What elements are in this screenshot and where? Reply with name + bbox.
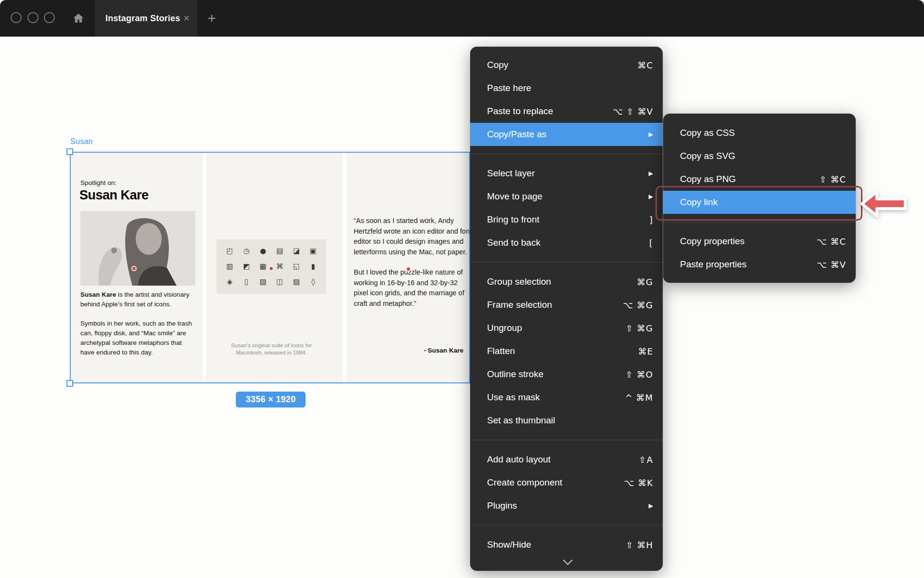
menu-item-label: Send to back (487, 237, 540, 248)
menu-divider (470, 154, 663, 154)
annotation-arrow-icon (860, 189, 908, 219)
scroll-more-indicator[interactable] (470, 556, 663, 568)
menu-item-label: Copy properties (680, 236, 744, 247)
menu-item-shortcut: ⌥ ⌘V (817, 260, 846, 270)
menu-item-select-layer[interactable]: Select layer▶ (470, 162, 663, 185)
menu-item-bring-to-front[interactable]: Bring to front] (470, 208, 663, 231)
menu-item-label: Move to page (487, 191, 542, 202)
menu-item-label: Frame selection (487, 300, 552, 310)
menu-item-frame-selection[interactable]: Frame selection⌥ ⌘G (470, 293, 663, 316)
menu-item-shortcut: ^ ⌘M (625, 393, 653, 403)
menu-item-label: Show/Hide (487, 539, 531, 550)
tab-instagram-stories[interactable]: Instagram Stories × (95, 0, 197, 37)
home-icon[interactable] (72, 12, 85, 25)
menu-item-shortcut: ⌥ ⌘C (817, 236, 846, 247)
window-control-minimize-icon[interactable] (27, 12, 38, 23)
menu-item-shortcut: ⇧A (639, 455, 653, 465)
submenu-arrow-icon: ▶ (649, 193, 653, 200)
menu-item-label: Plugins (487, 500, 517, 511)
menu-item-set-as-thumbnail[interactable]: Set as thumbnail (470, 409, 663, 432)
menu-item-copy-paste-as[interactable]: Copy/Paste as▶ (470, 123, 663, 146)
menu-item-group-selection[interactable]: Group selection⌘G (470, 270, 663, 293)
menu-item-label: Use as mask (487, 392, 540, 403)
menu-item-label: Create component (487, 477, 562, 488)
menu-item-paste-here[interactable]: Paste here (470, 77, 663, 100)
menu-item-shortcut: ⌥ ⇧ ⌘V (613, 106, 653, 117)
menu-item-paste-properties[interactable]: Paste properties⌥ ⌘V (663, 253, 856, 276)
menu-item-plugins[interactable]: Plugins▶ (470, 494, 663, 517)
window-control-close-icon[interactable] (11, 12, 22, 23)
menu-item-label: Copy (487, 60, 508, 70)
menu-item-label: Select layer (487, 168, 535, 179)
menu-item-label: Group selection (487, 276, 551, 287)
new-tab-button[interactable]: + (202, 0, 221, 37)
menu-item-show-hide[interactable]: Show/Hide⇧ ⌘H (470, 533, 663, 556)
context-menu: Copy⌘CPaste herePaste to replace⌥ ⇧ ⌘VCo… (470, 47, 663, 571)
menu-item-shortcut: ⇧ ⌘H (626, 540, 653, 550)
menu-item-label: Paste to replace (487, 106, 553, 117)
menu-item-shortcut: ⌘C (637, 60, 653, 70)
menu-item-label: Outline stroke (487, 369, 543, 380)
dimensions-badge: 3356 × 1920 (236, 392, 306, 407)
menu-item-label: Copy as PNG (680, 174, 736, 184)
selection-handle-top-left[interactable] (66, 148, 73, 155)
menu-item-add-auto-layout[interactable]: Add auto layout⇧A (470, 448, 663, 471)
menu-item-shortcut: ] (649, 215, 653, 225)
app-window: Instagram Stories × + Susan Spotlight on… (0, 0, 924, 578)
menu-item-ungroup[interactable]: Ungroup⇧ ⌘G (470, 316, 663, 340)
frame-name-label[interactable]: Susan (70, 137, 93, 146)
menu-item-label: Paste properties (680, 259, 746, 270)
menu-item-shortcut: ⌥ ⌘K (624, 478, 653, 488)
menu-item-shortcut: [ (649, 238, 653, 248)
window-control-zoom-icon[interactable] (44, 12, 55, 23)
menu-item-paste-to-replace[interactable]: Paste to replace⌥ ⇧ ⌘V (470, 100, 663, 123)
menu-item-outline-stroke[interactable]: Outline stroke⇧ ⌘O (470, 363, 663, 386)
chevron-down-icon (563, 555, 573, 565)
menu-item-shortcut: ⇧ ⌘G (626, 323, 653, 333)
menu-item-label: Paste here (487, 83, 531, 93)
menu-item-label: Copy/Paste as (487, 129, 547, 140)
menu-divider (663, 222, 856, 222)
menu-item-label: Flatten (487, 346, 515, 356)
menu-item-create-component[interactable]: Create component⌥ ⌘K (470, 471, 663, 494)
menu-item-copy-as-css[interactable]: Copy as CSS (663, 121, 856, 144)
menu-divider (470, 440, 663, 440)
menu-item-shortcut: ⌥ ⌘G (623, 300, 653, 310)
menu-item-move-to-page[interactable]: Move to page▶ (470, 185, 663, 208)
menu-item-shortcut: ⇧ ⌘O (626, 369, 653, 380)
menu-item-label: Ungroup (487, 323, 522, 333)
submenu-arrow-icon: ▶ (649, 502, 653, 509)
menu-item-shortcut: ⌘G (637, 277, 653, 287)
menu-item-flatten[interactable]: Flatten⌘E (470, 340, 663, 363)
menu-item-label: Set as thumbnail (487, 415, 555, 426)
annotation-highlight-box (655, 186, 862, 221)
menu-item-label: Copy as SVG (680, 151, 735, 161)
marker-dot-icon (270, 267, 273, 270)
menu-item-label: Bring to front (487, 214, 539, 225)
menu-item-label: Add auto layout (487, 454, 551, 465)
menu-item-copy[interactable]: Copy⌘C (470, 53, 663, 77)
menu-item-shortcut: ⇧ ⌘C (820, 174, 846, 184)
menu-item-send-to-back[interactable]: Send to back[ (470, 231, 663, 254)
menu-item-label: Copy as CSS (680, 128, 735, 138)
marker-dot-icon (407, 267, 410, 271)
top-bar: Instagram Stories × + (0, 0, 924, 37)
menu-item-copy-as-svg[interactable]: Copy as SVG (663, 144, 856, 168)
selection-handle-bottom-left[interactable] (66, 380, 73, 387)
menu-divider (470, 262, 663, 263)
menu-item-shortcut: ⌘E (638, 346, 653, 356)
tab-close-icon[interactable]: × (181, 0, 192, 37)
submenu-arrow-icon: ▶ (649, 131, 653, 138)
menu-divider (470, 525, 663, 525)
submenu-arrow-icon: ▶ (649, 170, 653, 177)
tab-title: Instagram Stories (105, 13, 180, 24)
menu-item-copy-properties[interactable]: Copy properties⌥ ⌘C (663, 230, 856, 253)
menu-item-use-as-mask[interactable]: Use as mask^ ⌘M (470, 386, 663, 409)
